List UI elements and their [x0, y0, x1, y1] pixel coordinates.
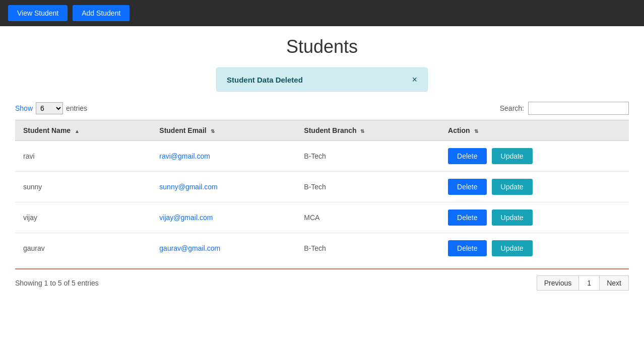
update-button[interactable]: Update	[492, 209, 533, 226]
delete-button[interactable]: Delete	[448, 240, 486, 256]
cell-branch: B-Tech	[296, 172, 440, 202]
cell-action: Delete Update	[440, 233, 629, 264]
alert-close-button[interactable]: ×	[412, 75, 417, 84]
next-button[interactable]: Next	[599, 275, 629, 291]
cell-email: ravi@gmail.com	[151, 141, 296, 172]
cell-name: vijay	[15, 202, 151, 233]
students-table: Student Name ▲ Student Email ⇅ Student B…	[15, 120, 629, 263]
showing-text: Showing 1 to 5 of 5 entries	[15, 279, 99, 287]
col-branch[interactable]: Student Branch ⇅	[296, 120, 440, 141]
col-email-sort-icon: ⇅	[211, 128, 215, 134]
col-action-label: Action	[448, 126, 470, 134]
cell-email: sunny@gmail.com	[151, 172, 296, 202]
table-row: sunny sunny@gmail.com B-Tech Delete Upda…	[15, 172, 629, 202]
show-entries-control: Show 6 10 25 50 100 entries	[15, 102, 87, 114]
table-row: vijay vijay@gmail.com MCA Delete Update	[15, 202, 629, 233]
col-name-sort-icon: ▲	[75, 128, 80, 134]
cell-name: sunny	[15, 172, 151, 202]
delete-button[interactable]: Delete	[448, 179, 486, 195]
alert-banner: Student Data Deleted ×	[216, 67, 428, 92]
col-email[interactable]: Student Email ⇅	[151, 120, 296, 141]
col-name[interactable]: Student Name ▲	[15, 120, 151, 141]
table-body: ravi ravi@gmail.com B-Tech Delete Update…	[15, 141, 629, 264]
search-input[interactable]	[528, 102, 629, 115]
entries-select[interactable]: 6 10 25 50 100	[36, 102, 63, 114]
update-button[interactable]: Update	[492, 148, 533, 164]
update-button[interactable]: Update	[492, 179, 533, 195]
main-content: Students Student Data Deleted × Show 6 1…	[0, 26, 644, 301]
cell-name: gaurav	[15, 233, 151, 264]
page-title: Students	[15, 36, 629, 57]
col-branch-sort-icon: ⇅	[360, 128, 364, 134]
col-branch-label: Student Branch	[304, 126, 356, 134]
cell-email: gaurav@gmail.com	[151, 233, 296, 264]
previous-button[interactable]: Previous	[537, 275, 579, 291]
cell-action: Delete Update	[440, 141, 629, 172]
show-label: Show	[15, 104, 33, 112]
cell-email: vijay@gmail.com	[151, 202, 296, 233]
cell-branch: B-Tech	[296, 233, 440, 264]
col-email-label: Student Email	[159, 126, 206, 134]
cell-action: Delete Update	[440, 172, 629, 202]
table-row: gaurav gaurav@gmail.com B-Tech Delete Up…	[15, 233, 629, 264]
col-name-label: Student Name	[23, 126, 71, 134]
update-button[interactable]: Update	[492, 240, 533, 256]
cell-branch: B-Tech	[296, 141, 440, 172]
add-student-button[interactable]: Add Student	[73, 5, 130, 21]
cell-name: ravi	[15, 141, 151, 172]
cell-action: Delete Update	[440, 202, 629, 233]
search-group: Search:	[500, 102, 629, 115]
table-header: Student Name ▲ Student Email ⇅ Student B…	[15, 120, 629, 141]
table-footer: Showing 1 to 5 of 5 entries Previous 1 N…	[15, 268, 629, 291]
table-controls: Show 6 10 25 50 100 entries Search:	[15, 102, 629, 115]
page-number: 1	[579, 275, 599, 291]
navbar: View Student Add Student	[0, 0, 644, 26]
pagination: Previous 1 Next	[537, 275, 629, 291]
delete-button[interactable]: Delete	[448, 148, 486, 164]
alert-message: Student Data Deleted	[227, 76, 303, 84]
entries-label: entries	[66, 104, 87, 112]
col-action-sort-icon: ⇅	[474, 128, 478, 134]
cell-branch: MCA	[296, 202, 440, 233]
view-student-button[interactable]: View Student	[8, 5, 68, 21]
col-action[interactable]: Action ⇅	[440, 120, 629, 141]
search-label: Search:	[500, 104, 524, 112]
delete-button[interactable]: Delete	[448, 209, 486, 226]
table-row: ravi ravi@gmail.com B-Tech Delete Update	[15, 141, 629, 172]
